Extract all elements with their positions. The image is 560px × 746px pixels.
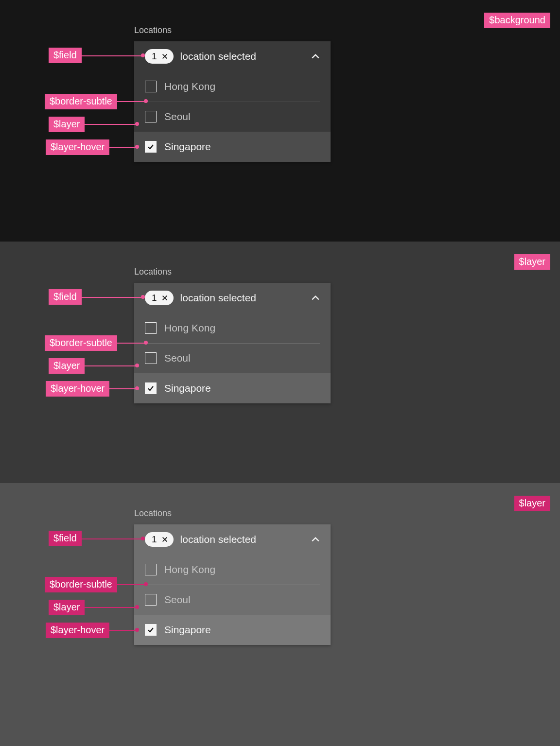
chevron-up-icon (310, 534, 321, 545)
field-text: location selected (180, 51, 310, 62)
checkbox-unchecked-icon (145, 111, 157, 122)
option-label: Hong Kong (164, 81, 215, 92)
multiselect-dropdown: 1 location selected Hong Kong Seoul (134, 41, 331, 162)
multiselect-field[interactable]: 1 location selected (134, 283, 331, 313)
option-label: Singapore (164, 141, 211, 153)
clear-selection-icon[interactable] (160, 535, 170, 544)
option-label: Seoul (164, 594, 191, 606)
option-seoul[interactable]: Seoul (134, 585, 331, 615)
token-label-layer-hover: $layer-hover (46, 623, 109, 638)
multiselect-dropdown: 1 location selected Hong Kong Seoul (134, 283, 331, 403)
selected-count-tag[interactable]: 1 (145, 532, 174, 547)
multiselect-dropdown: 1 location selected Hong Kong Seoul (134, 524, 331, 645)
clear-selection-icon[interactable] (160, 293, 170, 303)
option-label: Hong Kong (164, 322, 215, 334)
annotation-layer: $field $border-subtle $layer $layer-hove… (0, 483, 134, 746)
option-seoul[interactable]: Seoul (134, 102, 331, 132)
token-label-layer-hover: $layer-hover (46, 139, 109, 155)
multiselect-menu: Hong Kong Seoul Singapore (134, 313, 331, 403)
token-panel-layer-2: $layer Locations 1 location selected (0, 483, 560, 746)
checkbox-checked-icon (145, 141, 157, 153)
checkbox-checked-icon (145, 624, 157, 636)
checkbox-unchecked-icon (145, 564, 157, 575)
selected-count-tag[interactable]: 1 (145, 291, 174, 305)
background-token-badge: $layer (514, 496, 550, 511)
multiselect-label: Locations (134, 267, 331, 277)
selected-count: 1 (152, 51, 157, 62)
option-hong-kong[interactable]: Hong Kong (134, 555, 331, 585)
multiselect-menu: Hong Kong Seoul Singapore (134, 71, 331, 162)
multiselect-label: Locations (134, 508, 331, 519)
annotation-layer: $field $border-subtle $layer $layer-hove… (0, 242, 134, 483)
field-text: location selected (180, 292, 310, 304)
selected-count: 1 (152, 534, 157, 545)
clear-selection-icon[interactable] (160, 52, 170, 61)
selected-count-tag[interactable]: 1 (145, 49, 174, 64)
background-token-badge: $background (484, 13, 550, 28)
option-label: Singapore (164, 382, 211, 394)
option-label: Seoul (164, 111, 191, 122)
checkbox-unchecked-icon (145, 322, 157, 334)
token-label-border-subtle: $border-subtle (45, 94, 117, 109)
multiselect-field[interactable]: 1 location selected (134, 524, 331, 555)
checkbox-checked-icon (145, 382, 157, 394)
option-label: Hong Kong (164, 564, 215, 575)
selected-count: 1 (152, 293, 157, 303)
checkbox-unchecked-icon (145, 81, 157, 92)
annotation-layer: $field $border-subtle $layer $layer-hove… (0, 0, 134, 242)
chevron-up-icon (310, 51, 321, 62)
checkbox-unchecked-icon (145, 594, 157, 606)
multiselect-field[interactable]: 1 location selected (134, 41, 331, 71)
multiselect-label: Locations (134, 25, 331, 35)
token-label-layer-hover: $layer-hover (46, 381, 109, 397)
option-seoul[interactable]: Seoul (134, 343, 331, 373)
token-panel-layer-1: $layer Locations 1 location selected (0, 242, 560, 483)
chevron-up-icon (310, 293, 321, 303)
field-text: location selected (180, 534, 310, 545)
option-hong-kong[interactable]: Hong Kong (134, 71, 331, 102)
token-label-border-subtle: $border-subtle (45, 335, 117, 351)
option-singapore[interactable]: Singapore (134, 132, 331, 162)
option-label: Seoul (164, 352, 191, 364)
option-singapore[interactable]: Singapore (134, 615, 331, 645)
token-label-border-subtle: $border-subtle (45, 577, 117, 592)
checkbox-unchecked-icon (145, 352, 157, 364)
multiselect-menu: Hong Kong Seoul Singapore (134, 555, 331, 645)
option-label: Singapore (164, 624, 211, 636)
option-singapore[interactable]: Singapore (134, 373, 331, 403)
background-token-badge: $layer (514, 254, 550, 270)
token-panel-background: $background Locations 1 location selecte… (0, 0, 560, 242)
option-hong-kong[interactable]: Hong Kong (134, 313, 331, 343)
